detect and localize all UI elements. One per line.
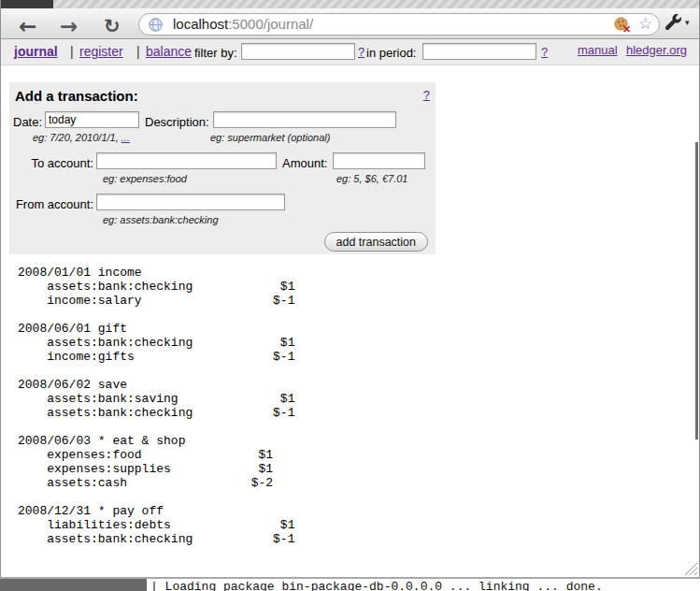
browser-tab-edge[interactable] [0,0,53,8]
hledger-navbar: journal | register | balance filter by: … [1,39,699,65]
background-terminal: | Loading package bin-package-db-0.0.0.0… [147,579,700,591]
description-hint: eg: supermarket (optional) [210,132,330,143]
filter-by-label: filter by: [194,46,237,60]
date-hint-text: eg: 7/20, 2010/1/1, [33,132,121,143]
from-account-input[interactable] [96,194,285,210]
terminal-output-line: | Loading package bin-package-db-0.0.0.0… [150,580,603,591]
manual-link[interactable]: manual [578,43,618,57]
filter-input[interactable] [241,43,355,60]
nav-link-journal[interactable]: journal [14,44,58,59]
url-path: :5000/journal/ [228,16,313,32]
window-left-border [0,0,1,577]
date-input[interactable] [45,111,139,128]
nav-link-register[interactable]: register [79,44,123,59]
to-account-input[interactable] [96,152,277,169]
from-account-hint: eg: assets:bank:checking [103,214,219,225]
filter-help-link[interactable]: ? [358,45,364,59]
scrollbar-thumb[interactable] [695,142,698,440]
add-transaction-form: Add a transaction: ? Date: Description: … [9,82,436,254]
period-input[interactable] [422,43,536,60]
cookie-x-mark: ✕ [622,23,631,36]
bookmark-star-icon[interactable]: ☆ [638,14,652,35]
reload-button-icon[interactable]: ↻ [104,15,121,37]
to-account-label: To account: [9,156,93,170]
window-titlebar-stripes [0,0,700,8]
back-button-icon[interactable]: ← [19,14,36,38]
wrench-menu-dropdown-icon[interactable]: ▾ [685,18,690,27]
resize-grip-icon[interactable] [683,561,698,580]
in-period-label: in period: [366,46,416,60]
nav-separator: | [70,44,74,59]
form-help-link[interactable]: ? [423,88,430,102]
amount-label: Amount: [282,156,327,170]
amount-input[interactable] [333,152,425,169]
date-hint: eg: 7/20, 2010/1/1, ... [33,132,130,143]
nav-separator: | [136,44,140,59]
period-help-link[interactable]: ? [541,45,548,59]
from-account-label: From account: [9,197,93,211]
forward-button-icon[interactable]: → [60,14,78,38]
globe-icon [149,18,163,36]
date-label: Date: [13,115,42,129]
wrench-menu-icon[interactable] [665,14,681,34]
description-label: Description: [145,115,209,129]
form-title: Add a transaction: [15,88,138,104]
url-host: localhost [173,16,228,32]
add-transaction-button[interactable]: add transaction [324,232,428,252]
amount-hint: eg: 5, $6, €7.01 [336,173,407,184]
to-account-hint: eg: expenses:food [103,173,187,184]
nav-link-balance[interactable]: balance [146,44,192,59]
url-text[interactable]: localhost:5000/journal/ [173,14,313,35]
hledger-org-link[interactable]: hledger.org [626,43,687,57]
background-window-strip [0,579,147,591]
date-hint-more-link[interactable]: ... [121,132,130,143]
cookie-blocked-icon[interactable]: ✕ [614,17,631,34]
description-input[interactable] [213,111,396,128]
address-bar[interactable]: localhost:5000/journal/ ✕ ☆ [138,13,660,36]
journal-text: 2008/01/01 income assets:bank:checking $… [18,266,294,546]
